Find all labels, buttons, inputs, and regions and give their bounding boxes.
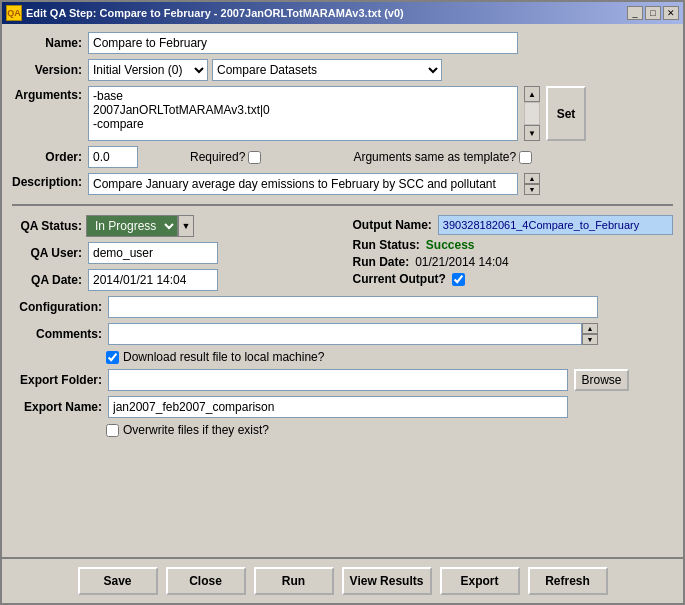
overwrite-text: Overwrite files if they exist? bbox=[123, 423, 269, 437]
order-row: Order: Required? Arguments same as templ… bbox=[12, 146, 673, 168]
export-name-input[interactable] bbox=[108, 396, 568, 418]
qa-section: QA Status: In Progress ▼ QA User: QA Dat… bbox=[12, 215, 673, 291]
current-output-row: Current Output? bbox=[353, 272, 674, 286]
form-content: Name: Version: Initial Version (0) Compa… bbox=[2, 24, 683, 553]
download-checkbox[interactable] bbox=[106, 351, 119, 364]
browse-button[interactable]: Browse bbox=[574, 369, 629, 391]
run-date-value: 01/21/2014 14:04 bbox=[415, 255, 508, 269]
output-name-row: Output Name: 390328182061_4Compare_to_Fe… bbox=[353, 215, 674, 235]
app-icon: QA bbox=[6, 5, 22, 21]
export-name-row: Export Name: bbox=[12, 396, 673, 418]
name-row: Name: bbox=[12, 32, 673, 54]
name-input[interactable] bbox=[88, 32, 518, 54]
args-same-text: Arguments same as template? bbox=[353, 150, 516, 164]
comments-row: Comments: ▲ ▼ bbox=[12, 323, 673, 345]
window-title: Edit QA Step: Compare to February - 2007… bbox=[26, 7, 627, 19]
close-button[interactable]: Close bbox=[166, 567, 246, 595]
qa-status-dropdown: In Progress ▼ bbox=[86, 215, 194, 237]
refresh-button[interactable]: Refresh bbox=[528, 567, 608, 595]
comments-scroll-down[interactable]: ▼ bbox=[582, 334, 598, 345]
desc-scroll-up[interactable]: ▲ bbox=[524, 173, 540, 184]
qa-left: QA Status: In Progress ▼ QA User: QA Dat… bbox=[12, 215, 333, 291]
dataset-select[interactable]: Compare Datasets bbox=[212, 59, 442, 81]
args-scroll-track bbox=[524, 102, 540, 125]
view-results-button[interactable]: View Results bbox=[342, 567, 432, 595]
configuration-row: Configuration: bbox=[12, 296, 673, 318]
configuration-input[interactable] bbox=[108, 296, 598, 318]
args-scroll-up[interactable]: ▲ bbox=[524, 86, 540, 102]
export-name-label: Export Name: bbox=[12, 400, 102, 414]
run-status-row: Run Status: Success bbox=[353, 238, 674, 252]
title-bar: QA Edit QA Step: Compare to February - 2… bbox=[2, 2, 683, 24]
current-output-label: Current Output? bbox=[353, 272, 446, 286]
bottom-buttons: Save Close Run View Results Export Refre… bbox=[2, 557, 683, 603]
export-folder-input[interactable] bbox=[108, 369, 568, 391]
output-name-label: Output Name: bbox=[353, 218, 432, 232]
overwrite-row: Overwrite files if they exist? bbox=[12, 423, 673, 437]
qa-user-input[interactable] bbox=[88, 242, 218, 264]
current-output-checkbox[interactable] bbox=[452, 273, 465, 286]
run-status-label: Run Status: bbox=[353, 238, 420, 252]
name-label: Name: bbox=[12, 36, 82, 50]
qa-user-row: QA User: bbox=[12, 242, 333, 264]
overwrite-checkbox[interactable] bbox=[106, 424, 119, 437]
qa-status-arrow[interactable]: ▼ bbox=[178, 215, 194, 237]
comments-input[interactable] bbox=[108, 323, 582, 345]
version-wrap: Initial Version (0) Compare Datasets bbox=[88, 59, 442, 81]
download-text: Download result file to local machine? bbox=[123, 350, 324, 364]
close-button[interactable]: ✕ bbox=[663, 6, 679, 20]
minimize-button[interactable]: _ bbox=[627, 6, 643, 20]
save-button[interactable]: Save bbox=[78, 567, 158, 595]
version-label: Version: bbox=[12, 63, 82, 77]
configuration-label: Configuration: bbox=[12, 300, 102, 314]
export-folder-label: Export Folder: bbox=[12, 373, 102, 387]
version-select[interactable]: Initial Version (0) bbox=[88, 59, 208, 81]
args-scroll-down[interactable]: ▼ bbox=[524, 125, 540, 141]
maximize-button[interactable]: □ bbox=[645, 6, 661, 20]
version-row: Version: Initial Version (0) Compare Dat… bbox=[12, 59, 673, 81]
args-scrollbar: ▲ ▼ bbox=[524, 86, 540, 141]
qa-date-row: QA Date: bbox=[12, 269, 333, 291]
comments-scrollbar: ▲ ▼ bbox=[582, 323, 598, 345]
description-row: Description: ▲ ▼ bbox=[12, 173, 673, 195]
order-label: Order: bbox=[12, 150, 82, 164]
export-folder-row: Export Folder: Browse bbox=[12, 369, 673, 391]
qa-right: Output Name: 390328182061_4Compare_to_Fe… bbox=[343, 215, 674, 291]
comments-label: Comments: bbox=[12, 327, 102, 341]
run-button[interactable]: Run bbox=[254, 567, 334, 595]
order-input[interactable] bbox=[88, 146, 138, 168]
qa-date-input[interactable] bbox=[88, 269, 218, 291]
required-text: Required? bbox=[190, 150, 245, 164]
qa-status-label: QA Status: bbox=[12, 219, 82, 233]
description-input[interactable] bbox=[88, 173, 518, 195]
required-checkbox[interactable] bbox=[248, 151, 261, 164]
qa-user-label: QA User: bbox=[12, 246, 82, 260]
qa-status-select[interactable]: In Progress bbox=[86, 215, 178, 237]
comments-scroll-up[interactable]: ▲ bbox=[582, 323, 598, 334]
description-label: Description: bbox=[12, 173, 82, 189]
run-date-row: Run Date: 01/21/2014 14:04 bbox=[353, 255, 674, 269]
section-divider bbox=[12, 204, 673, 206]
desc-scroll-down[interactable]: ▼ bbox=[524, 184, 540, 195]
args-same-checkbox[interactable] bbox=[519, 151, 532, 164]
args-same-label: Arguments same as template? bbox=[353, 150, 532, 164]
qa-date-label: QA Date: bbox=[12, 273, 82, 287]
download-label: Download result file to local machine? bbox=[123, 350, 324, 364]
window-controls: _ □ ✕ bbox=[627, 6, 679, 20]
arguments-textarea[interactable] bbox=[88, 86, 518, 141]
run-status-value: Success bbox=[426, 238, 475, 252]
overwrite-label: Overwrite files if they exist? bbox=[123, 423, 269, 437]
required-label: Required? bbox=[190, 150, 261, 164]
output-name-value: 390328182061_4Compare_to_February bbox=[438, 215, 673, 235]
arguments-label: Arguments: bbox=[12, 86, 82, 102]
desc-scrollbar: ▲ ▼ bbox=[524, 173, 540, 195]
run-date-label: Run Date: bbox=[353, 255, 410, 269]
qa-status-row: QA Status: In Progress ▼ bbox=[12, 215, 333, 237]
arguments-row: Arguments: ▲ ▼ Set bbox=[12, 86, 673, 141]
main-window: QA Edit QA Step: Compare to February - 2… bbox=[0, 0, 685, 605]
comments-input-wrap: ▲ ▼ bbox=[108, 323, 598, 345]
export-button[interactable]: Export bbox=[440, 567, 520, 595]
set-button[interactable]: Set bbox=[546, 86, 586, 141]
download-row: Download result file to local machine? bbox=[12, 350, 673, 364]
